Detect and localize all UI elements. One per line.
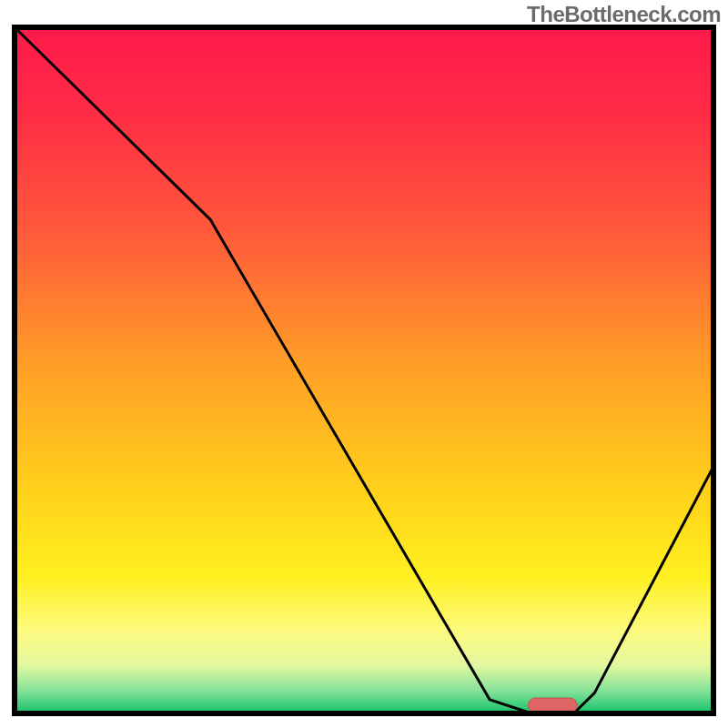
- watermark-text: TheBottleneck.com: [527, 2, 721, 27]
- plot-area: [15, 27, 713, 713]
- bottleneck-chart: [0, 0, 728, 728]
- chart-frame: TheBottleneck.com: [0, 0, 728, 728]
- optimal-marker: [528, 698, 577, 713]
